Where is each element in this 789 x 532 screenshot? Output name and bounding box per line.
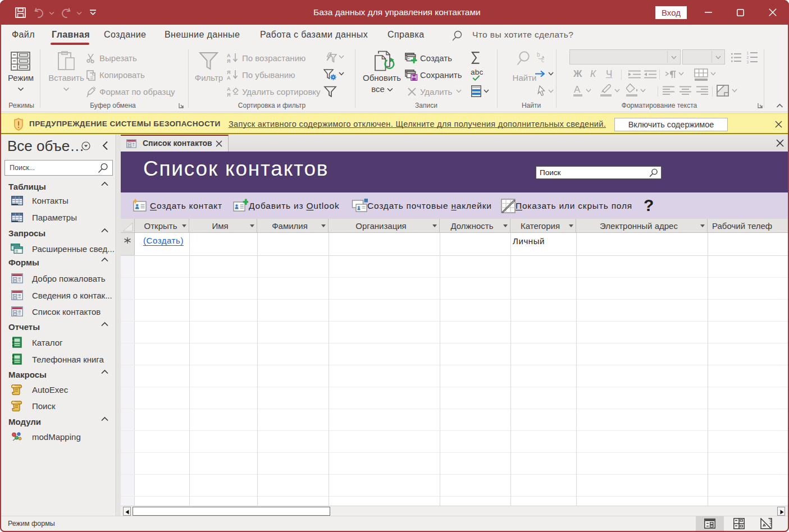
svg-text:Я: Я bbox=[227, 70, 230, 75]
svg-text:3: 3 bbox=[747, 60, 749, 64]
svg-text:1: 1 bbox=[747, 51, 749, 55]
svg-text:Я: Я bbox=[227, 92, 230, 97]
svg-text:А: А bbox=[227, 86, 231, 92]
svg-text:А: А bbox=[227, 53, 231, 58]
svg-text:2: 2 bbox=[747, 56, 749, 59]
svg-text:Я: Я bbox=[227, 58, 230, 63]
svg-text:А: А bbox=[227, 75, 231, 80]
svg-text:b: b bbox=[537, 52, 540, 58]
